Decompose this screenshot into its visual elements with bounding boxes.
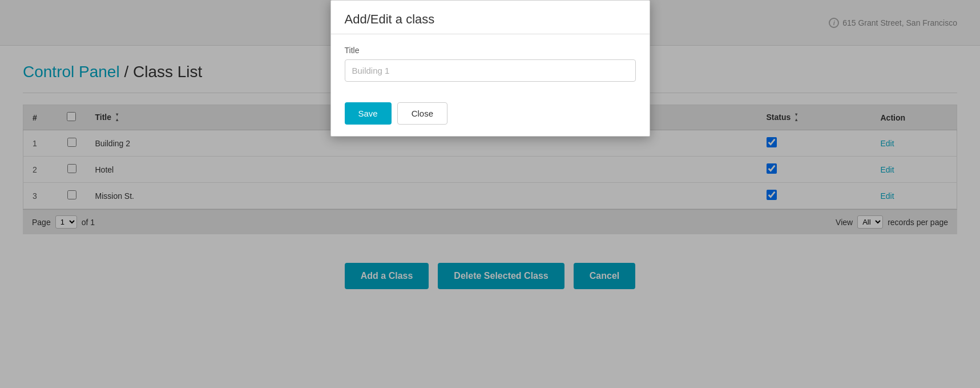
modal-title: Add/Edit a class <box>345 12 636 27</box>
modal-body: Title <box>331 34 650 93</box>
title-input[interactable] <box>345 59 636 82</box>
close-button[interactable]: Close <box>397 102 447 125</box>
modal-header: Add/Edit a class <box>331 1 650 34</box>
save-button[interactable]: Save <box>345 102 392 125</box>
modal-dialog: Add/Edit a class Title Save Close <box>330 0 650 137</box>
form-label: Title <box>345 46 636 55</box>
modal-footer: Save Close <box>331 93 650 136</box>
